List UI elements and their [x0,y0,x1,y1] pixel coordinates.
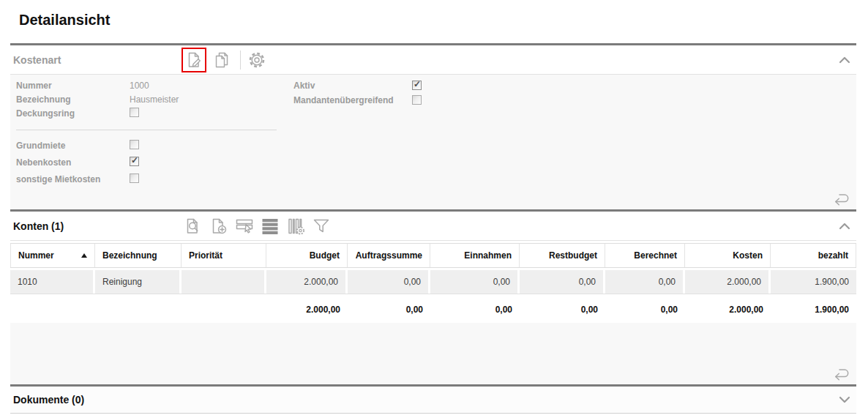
column-header-prioritaet[interactable]: Priorität [182,244,266,267]
total-prioritaet [182,297,266,321]
filter-icon [312,217,331,236]
total-einnahmen: 0,00 [430,297,520,321]
sonstige-mietkosten-label: sonstige Mietkosten [16,174,100,184]
preview-document-button[interactable] [182,214,205,238]
cell-prioritaet [182,270,266,294]
konten-collapse-button[interactable] [839,222,850,230]
toolbar-separator [240,51,241,70]
column-header-kosten[interactable]: Kosten [685,244,771,267]
return-arrow-icon [831,366,852,382]
kostenart-collapse-button[interactable] [839,56,850,64]
settings-gear-button[interactable] [245,48,269,72]
dokumente-section-title: Dokumente (0) [13,394,84,406]
total-nummer [10,297,95,321]
table-row[interactable]: 1010 Reinigung 2.000,00 0,00 0,00 0,00 0… [10,270,856,294]
total-restbudget: 0,00 [520,297,605,321]
column-settings-icon [286,217,306,236]
dokumente-expand-button[interactable] [839,396,850,404]
column-header-bezeichnung[interactable]: Bezeichnung [95,244,182,267]
add-document-button[interactable] [207,214,231,238]
filter-button[interactable] [310,214,333,238]
settings-gear-icon [247,51,266,70]
chevron-up-icon [839,222,850,230]
nummer-label: Nummer [16,81,52,91]
total-budget: 2.000,00 [266,297,348,321]
konten-table: Nummer Bezeichnung Priorität Budget Auft… [10,243,856,321]
add-document-icon [209,217,228,236]
list-rows-button[interactable] [258,214,282,238]
kostenart-reset-button[interactable] [831,191,852,207]
column-header-restbudget[interactable]: Restbudget [520,244,605,267]
konten-toolbar [182,212,335,240]
column-header-auftragssumme[interactable]: Auftragssumme [348,244,430,267]
nummer-value: 1000 [130,81,149,91]
mandantenuebergreifend-checkbox[interactable] [412,95,422,105]
nebenkosten-label: Nebenkosten [16,157,71,168]
column-header-berechnet[interactable]: Berechnet [605,244,685,267]
return-arrow-icon [831,191,852,207]
konten-section-header: Konten (1) [10,212,856,241]
aktiv-label: Aktiv [293,81,315,91]
list-rows-icon [261,217,280,236]
column-header-nummer[interactable]: Nummer [10,244,95,267]
page-title: Detailansicht [19,12,856,29]
column-header-einnahmen[interactable]: Einnahmen [430,244,520,267]
kostenart-section-title: Kostenart [13,54,61,66]
cell-kosten: 2.000,00 [685,270,771,294]
table-totals-row: 2.000,00 0,00 0,00 0,00 0,00 2.000,00 1.… [10,297,856,321]
total-kosten: 2.000,00 [685,297,771,321]
cell-bezahlt: 1.900,00 [771,270,856,294]
column-settings-button[interactable] [284,214,307,238]
chevron-down-icon [839,396,850,404]
deckungsring-label: Deckungsring [16,108,75,119]
cell-bezeichnung: Reinigung [95,270,182,294]
bezeichnung-value: Hausmeister [130,94,179,105]
cell-restbudget: 0,00 [520,270,605,294]
bezeichnung-label: Bezeichnung [16,94,71,105]
sonstige-mietkosten-checkbox[interactable] [130,173,139,183]
select-rows-button[interactable] [233,214,256,238]
dokumente-section-header: Dokumente (0) [10,387,856,414]
total-bezahlt: 1.900,00 [771,297,856,321]
sort-ascending-icon [81,253,87,258]
cell-berechnet: 0,00 [605,270,685,294]
mandantenuebergreifend-label: Mandantenübergreifend [293,95,394,105]
total-auftragssumme: 0,00 [348,297,430,321]
konten-reset-button[interactable] [831,366,852,382]
cell-einnahmen: 0,00 [430,270,520,294]
page: Detailansicht Kostenart [10,12,856,414]
cell-nummer: 1010 [10,270,95,294]
edit-document-button[interactable] [182,48,206,72]
kostenart-form: Nummer 1000 Bezeichnung Hausmeister Deck… [10,75,856,209]
grundmiete-label: Grundmiete [16,141,65,151]
select-rows-icon [234,217,255,236]
nebenkosten-checkbox[interactable] [130,157,139,166]
column-header-budget[interactable]: Budget [266,244,348,267]
kostenart-toolbar [182,45,271,74]
total-bezeichnung [95,297,182,321]
chevron-up-icon [839,56,850,64]
aktiv-checkbox[interactable] [412,81,422,90]
grundmiete-checkbox[interactable] [130,140,139,149]
form-group-divider [16,130,277,130]
total-berechnet: 0,00 [605,297,685,321]
cell-budget: 2.000,00 [266,270,348,294]
table-header-row: Nummer Bezeichnung Priorität Budget Auft… [10,243,856,268]
deckungsring-checkbox[interactable] [130,108,139,117]
konten-section-footer [10,323,856,384]
preview-document-icon [184,217,203,236]
cell-auftragssumme: 0,00 [348,270,430,294]
copy-document-icon [212,51,231,70]
copy-document-button[interactable] [210,48,233,72]
column-header-bezahlt[interactable]: bezahlt [771,244,856,267]
edit-document-icon [184,51,203,70]
konten-section-title: Konten (1) [13,220,64,232]
kostenart-section-header: Kostenart [10,45,856,75]
